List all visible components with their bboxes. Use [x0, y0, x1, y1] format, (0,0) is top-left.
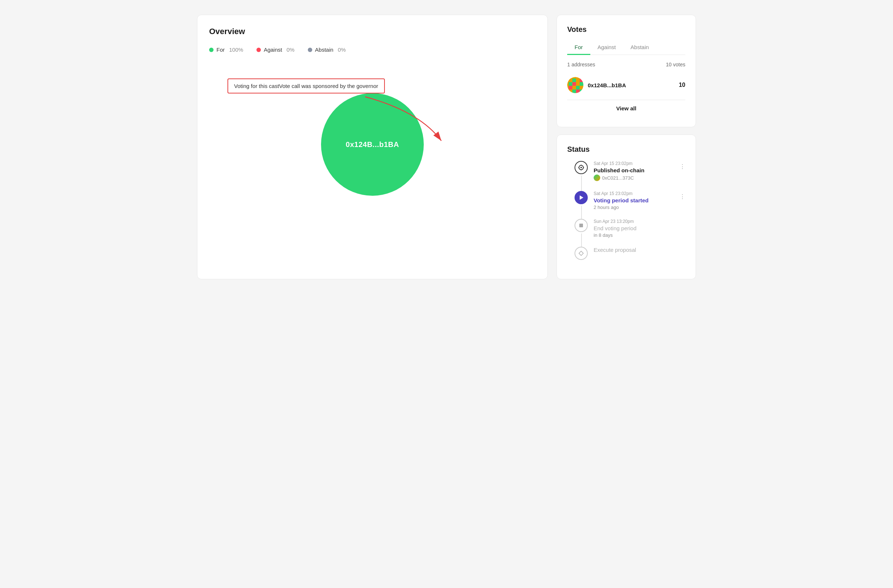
for-label: For [216, 46, 225, 53]
bubble-for: 0x124B...b1BA [321, 93, 424, 196]
legend-against: Against 0% [256, 46, 295, 53]
published-sub-avatar: 0xC021...373C [594, 174, 634, 181]
against-label: Against [264, 46, 282, 53]
timeline-item-published: Sat Apr 15 23:02pm Published on-chain 0x… [574, 161, 686, 182]
timeline-item-end-voting: Sun Apr 23 13:20pm End voting period in … [574, 219, 686, 238]
execute-label: Execute proposal [594, 247, 686, 253]
status-card: Status Sat A [556, 135, 696, 279]
svg-rect-13 [576, 86, 580, 90]
end-voting-content: Sun Apr 23 13:20pm End voting period in … [594, 219, 686, 238]
published-content: Sat Apr 15 23:02pm Published on-chain 0x… [594, 161, 686, 182]
sub-avatar [594, 174, 600, 181]
svg-rect-18 [580, 90, 583, 93]
abstain-percent: 0% [338, 46, 346, 53]
svg-rect-8 [572, 82, 576, 86]
page-layout: Overview For 100% Against 0% Abstain 0% … [197, 15, 696, 279]
voter-name: 0x124B...b1BA [588, 82, 674, 88]
voting-started-label: Voting period started [594, 197, 686, 204]
for-percent: 100% [229, 46, 243, 53]
svg-rect-4 [572, 78, 576, 82]
legend-abstain: Abstain 0% [308, 46, 346, 53]
votes-title: Votes [567, 25, 686, 34]
voting-started-more-icon[interactable]: ⋮ [680, 194, 686, 200]
svg-rect-9 [576, 82, 580, 86]
tab-abstain[interactable]: Abstain [623, 40, 656, 55]
svg-rect-17 [576, 90, 580, 93]
voting-started-sub: 2 hours ago [594, 204, 686, 210]
tab-against[interactable]: Against [590, 40, 623, 55]
for-dot [209, 48, 213, 52]
votes-count: 10 votes [666, 62, 686, 68]
end-voting-sub: in 8 days [594, 232, 686, 238]
vote-legend: For 100% Against 0% Abstain 0% [209, 46, 536, 53]
svg-point-21 [580, 167, 582, 168]
timeline-item-execute: Execute proposal [574, 247, 686, 260]
right-panel: Votes For Against Abstain 1 addresses 10… [556, 15, 696, 279]
status-title: Status [567, 145, 686, 154]
timeline: Sat Apr 15 23:02pm Published on-chain 0x… [567, 161, 686, 260]
annotation-box: Voting for this castVote call was sponso… [227, 78, 385, 93]
end-voting-icon [574, 219, 588, 232]
legend-for: For 100% [209, 46, 243, 53]
svg-rect-3 [569, 78, 572, 82]
overview-panel: Overview For 100% Against 0% Abstain 0% … [197, 15, 548, 279]
published-date: Sat Apr 15 23:02pm [594, 161, 686, 166]
overview-title: Overview [209, 27, 536, 36]
end-voting-date: Sun Apr 23 13:20pm [594, 219, 686, 224]
votes-card: Votes For Against Abstain 1 addresses 10… [556, 15, 696, 127]
voter-avatar [567, 77, 583, 93]
chart-area: Voting for this castVote call was sponso… [209, 68, 536, 221]
view-all-button[interactable]: View all [567, 100, 686, 117]
abstain-dot [308, 48, 312, 52]
svg-rect-7 [569, 82, 572, 86]
timeline-item-voting-started: Sat Apr 15 23:02pm Voting period started… [574, 191, 686, 210]
svg-rect-5 [576, 78, 580, 82]
svg-rect-27 [579, 224, 583, 227]
votes-tabs[interactable]: For Against Abstain [567, 40, 686, 55]
against-percent: 0% [287, 46, 295, 53]
end-voting-label: End voting period [594, 225, 686, 231]
svg-marker-28 [579, 251, 583, 255]
published-label: Published on-chain [594, 167, 686, 173]
svg-marker-26 [580, 195, 583, 200]
avatar-svg [567, 77, 583, 93]
svg-rect-16 [572, 90, 576, 93]
svg-rect-12 [572, 86, 576, 90]
published-icon [574, 161, 588, 174]
published-address: 0xC021...373C [602, 175, 634, 181]
addresses-count: 1 addresses [567, 62, 595, 68]
execute-content: Execute proposal [594, 247, 686, 260]
execute-icon [574, 247, 588, 260]
published-sub: 0xC021...373C [594, 174, 686, 182]
annotation-text: Voting for this castVote call was sponso… [234, 83, 378, 89]
svg-rect-15 [569, 90, 572, 93]
svg-rect-14 [580, 86, 583, 90]
svg-rect-11 [569, 86, 572, 90]
voting-started-icon [574, 191, 588, 204]
bubble-label: 0x124B...b1BA [346, 140, 399, 149]
votes-meta: 1 addresses 10 votes [567, 62, 686, 68]
voting-started-content: Sat Apr 15 23:02pm Voting period started… [594, 191, 686, 210]
voter-row: 0x124B...b1BA 10 [567, 74, 686, 97]
svg-rect-10 [580, 82, 583, 86]
abstain-label: Abstain [315, 46, 334, 53]
published-more-icon[interactable]: ⋮ [680, 164, 686, 170]
svg-rect-6 [580, 78, 583, 82]
against-dot [256, 48, 261, 52]
tab-for[interactable]: For [567, 40, 590, 55]
voting-started-date: Sat Apr 15 23:02pm [594, 191, 686, 196]
voter-vote-count: 10 [679, 82, 686, 88]
